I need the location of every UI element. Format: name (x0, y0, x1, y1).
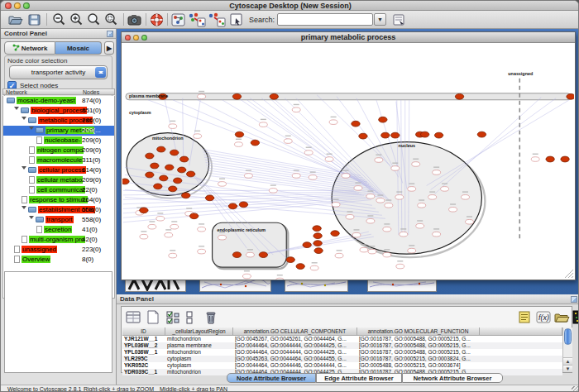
graph-node-orange[interactable] (359, 133, 367, 139)
graph-node-white[interactable] (412, 162, 420, 167)
graph-node-orange[interactable] (420, 131, 428, 137)
table-cell[interactable]: [GO:0016787, GO:0005488, GO:0005215, G..… (357, 342, 480, 349)
graph-node-orange[interactable] (178, 167, 186, 173)
tree-item-label[interactable]: nitrogen compo (36, 146, 84, 154)
table-cell[interactable]: [GO:0005488, GO:0005215, GO:0003674] (357, 362, 480, 369)
graph-node-white[interactable] (284, 139, 292, 144)
graph-node-orange[interactable] (251, 140, 259, 146)
graph-node-white[interactable] (275, 278, 284, 280)
graph-node-white[interactable] (396, 264, 404, 269)
tree-row[interactable]: cellular metabo209(0) (3, 175, 114, 185)
graph-node-white[interactable] (325, 157, 333, 162)
table-cell[interactable]: [GO:0044464, GO:0044446, GO:0044444, G..… (233, 362, 357, 369)
graph-node-white[interactable] (360, 247, 368, 252)
graph-node-orange[interactable] (314, 248, 323, 254)
graph-node-orange[interactable] (434, 132, 443, 138)
graph-node-orange[interactable] (313, 241, 322, 246)
tree-item-label[interactable]: Overview (22, 256, 50, 263)
graph-node-white[interactable] (329, 120, 337, 125)
tree-row[interactable]: metabolic process280(0) (3, 116, 114, 126)
tree-item-label[interactable]: multi-organism pro (29, 236, 85, 243)
function-builder-icon[interactable]: f(x) (535, 309, 552, 325)
graph-node-orange[interactable] (182, 193, 190, 198)
graph-node-white[interactable] (395, 195, 404, 200)
graph-node-white[interactable] (218, 235, 227, 240)
graph-node-orange[interactable] (379, 117, 387, 122)
expand-arrow-icon[interactable] (22, 117, 26, 122)
graph-node-orange[interactable] (165, 165, 174, 170)
column-header[interactable] (480, 327, 562, 336)
tree-row[interactable]: nitrogen compo209(0) (3, 146, 114, 155)
graph-node-orange[interactable] (160, 175, 168, 181)
graph-node-orange[interactable] (151, 163, 159, 169)
column-header[interactable]: _cellularLayoutRegion (165, 327, 233, 336)
graph-node-white[interactable] (376, 198, 385, 203)
graph-node-white[interactable] (304, 151, 313, 155)
graph-node-orange[interactable] (352, 121, 360, 127)
graph-node-orange[interactable] (235, 131, 243, 137)
snapshot-icon[interactable] (127, 12, 142, 27)
graph-node-orange[interactable] (313, 226, 321, 232)
column-header[interactable]: annotation.GO MOLECULAR_FUNCTION (357, 327, 480, 336)
graph-node-white[interactable] (354, 186, 362, 191)
graph-node-white[interactable] (332, 203, 340, 208)
graph-node-white[interactable] (466, 219, 474, 224)
graph-node-white[interactable] (416, 223, 424, 228)
import-attributes-icon[interactable] (553, 309, 570, 325)
table-cell[interactable]: [GO:0044464, GO:0044444, GO:0044425, G..… (233, 342, 357, 349)
graph-node-white[interactable] (400, 232, 408, 237)
column-header[interactable]: annotation.GO CELLULAR_COMPONENT (233, 327, 357, 336)
tree-item-label[interactable]: macromolecule (36, 156, 83, 164)
graph-node-white[interactable] (462, 195, 470, 200)
expand-arrow-icon[interactable] (29, 127, 34, 132)
tree-item-label[interactable]: cell communicat (36, 186, 85, 194)
tree-item-label[interactable]: nucleobase- (44, 136, 82, 144)
graph-node-white[interactable] (375, 158, 383, 163)
tree-row[interactable]: secretion41(0) (3, 225, 114, 235)
graph-node-white[interactable] (366, 218, 375, 223)
graph-node-white[interactable] (148, 224, 156, 229)
scroll-down-icon[interactable]: ▼ (563, 365, 572, 372)
tree-row[interactable]: Overview8(0) (3, 255, 114, 265)
search-options-icon[interactable] (391, 12, 407, 27)
tree-row[interactable]: biological_process651(0) (3, 106, 114, 116)
graph-node-white[interactable] (433, 232, 441, 237)
graph-node-orange[interactable] (157, 146, 165, 152)
tree-row[interactable]: cellular process614(0) (3, 165, 114, 175)
graph-node-white[interactable] (292, 174, 300, 179)
open-icon[interactable] (7, 12, 23, 27)
graph-node-white[interactable] (234, 142, 242, 147)
graph-node-orange[interactable] (239, 202, 247, 208)
tree-row[interactable]: cell communicat22(0) (3, 185, 114, 195)
tab-edge-attribute-browser[interactable]: Edge Attribute Browser (316, 373, 402, 383)
graph-node-white[interactable] (449, 208, 457, 213)
graph-node-orange[interactable] (174, 178, 182, 184)
tree-row[interactable]: unassigned223(0) (3, 245, 114, 255)
table-scrollbar[interactable]: ▲ ▼ (562, 327, 572, 372)
network-overview-icon[interactable] (170, 12, 186, 27)
graph-node-white[interactable] (368, 249, 376, 254)
annotation-icon[interactable] (228, 12, 244, 27)
graph-node-orange[interactable] (286, 257, 294, 263)
graph-node-white[interactable] (342, 174, 350, 179)
graph-node-white[interactable] (433, 170, 441, 175)
graph-node-white[interactable] (170, 224, 179, 229)
graph-node-white[interactable] (383, 252, 391, 257)
table-cell[interactable]: [GO:0045263, GO:0044464, GO:0044455, G..… (233, 356, 357, 362)
graph-node-white[interactable] (244, 174, 252, 179)
select-attributes-icon[interactable] (165, 309, 181, 325)
expand-arrow-icon[interactable] (29, 216, 34, 222)
apply-style-icon[interactable] (208, 12, 223, 27)
help-icon[interactable] (149, 12, 165, 27)
tree-row[interactable]: mosaic-demo-yeast874(0) (3, 96, 114, 106)
graph-node-white[interactable] (140, 234, 148, 239)
tree-item-label[interactable]: secretion (44, 226, 72, 233)
tree-item-label[interactable]: response to stimulu (29, 196, 88, 203)
tree-row[interactable]: establishment of lo558(0) (3, 205, 114, 215)
graph-node-orange[interactable] (170, 150, 179, 155)
graph-node-white[interactable] (531, 157, 539, 162)
graph-node-orange[interactable] (561, 156, 569, 162)
graph-node-white[interactable] (198, 227, 206, 232)
graph-node-white[interactable] (156, 216, 165, 221)
graph-node-white[interactable] (165, 232, 173, 237)
